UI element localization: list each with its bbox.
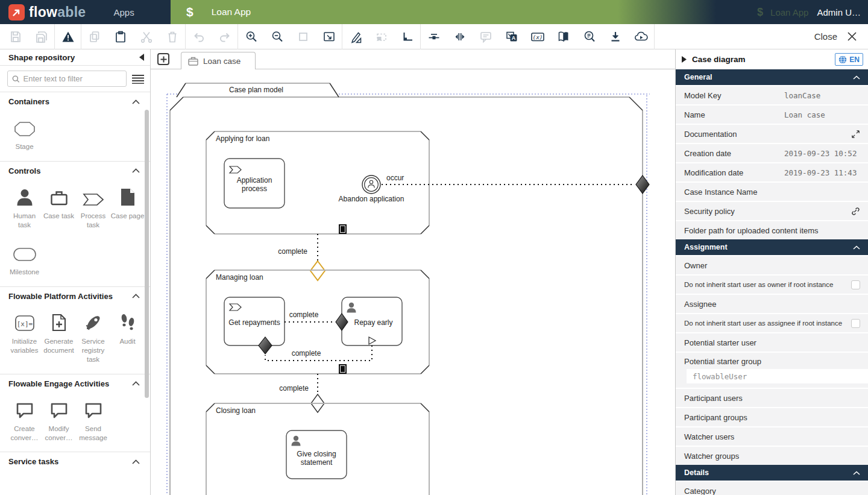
svg-text:A: A (511, 35, 515, 41)
task-repay-early[interactable]: Repay early (336, 297, 402, 345)
property-assignee[interactable]: Assignee (676, 295, 868, 313)
shape-case-task[interactable]: Case task (42, 186, 76, 230)
shape-stage[interactable]: Stage (7, 116, 42, 151)
split-view-button[interactable] (550, 24, 576, 49)
no-inherit-owner-checkbox[interactable] (851, 280, 860, 289)
shape-send-message[interactable]: Send message (76, 399, 110, 443)
section-assignment[interactable]: Assignment (676, 239, 868, 255)
property-category[interactable]: Category (676, 482, 868, 495)
property-documentation[interactable]: Documentation (676, 125, 868, 143)
shape-modify-conversation[interactable]: Modify conver… (42, 399, 76, 443)
collapse-sidebar-icon[interactable] (139, 54, 145, 61)
translate-button[interactable]: A (498, 24, 524, 49)
paste-button[interactable] (107, 24, 133, 49)
task-application-process[interactable]: Application process (224, 159, 285, 208)
shape-milestone[interactable]: Milestone (7, 242, 42, 277)
remove-bendpoint-button[interactable] (368, 24, 394, 49)
globe-icon (838, 55, 847, 64)
collapse-properties-icon[interactable] (682, 56, 687, 63)
language-button[interactable]: EN (835, 53, 863, 66)
save-button[interactable] (2, 24, 28, 49)
deploy-button[interactable] (628, 24, 654, 49)
expand-icon[interactable] (851, 130, 860, 139)
cut-button[interactable] (133, 24, 159, 49)
zoom-in-button[interactable] (238, 24, 264, 49)
task-get-repayments[interactable]: Get repayments (224, 297, 285, 354)
expression-button[interactable]: (x) (524, 24, 550, 49)
shape-service-registry-task[interactable]: Service registry task (76, 311, 110, 364)
exit-criterion-case[interactable] (636, 175, 649, 194)
section-service-tasks[interactable]: Service tasks (0, 452, 150, 470)
find-button[interactable] (576, 24, 602, 49)
same-size-button[interactable] (447, 24, 473, 49)
download-button[interactable] (602, 24, 628, 49)
sidebar-scrollbar[interactable] (145, 110, 149, 398)
list-view-icon[interactable] (132, 74, 144, 84)
shape-create-conversation[interactable]: Create conver… (7, 399, 42, 443)
property-name[interactable]: Name Loan case (676, 106, 868, 124)
property-owner[interactable]: Owner (676, 256, 868, 274)
property-watcher-groups[interactable]: Watcher groups (676, 447, 868, 465)
horizontal-align-button[interactable] (421, 24, 447, 49)
model-tabstrip: Loan case (151, 49, 675, 69)
zoom-actual-button[interactable] (290, 24, 316, 49)
shape-process-task[interactable]: Process task (76, 186, 110, 230)
property-participant-groups[interactable]: Participant groups (676, 408, 868, 426)
section-containers[interactable]: Containers (0, 92, 150, 110)
section-engage-activities[interactable]: Flowable Engage Activities (0, 374, 150, 393)
property-potential-starter-user[interactable]: Potential starter user (676, 333, 868, 352)
property-participant-users[interactable]: Participant users (676, 389, 868, 407)
shape-audit[interactable]: Audit (110, 311, 145, 364)
flowable-logo-icon (8, 4, 25, 20)
shape-filter-input[interactable] (24, 74, 122, 83)
stage-marker-managing (339, 364, 347, 374)
section-details[interactable]: Details (676, 465, 868, 481)
potential-starter-group-value[interactable]: flowableUser (687, 369, 868, 383)
zoom-out-button[interactable] (264, 24, 290, 49)
loan-app-tab[interactable]: $ Loan App (171, 0, 716, 24)
cmmn-diagram[interactable]: Case plan model Applying for loan Applic… (151, 69, 675, 495)
case-plan-model-label: Case plan model (229, 86, 283, 94)
tab-loan-case[interactable]: Loan case (181, 52, 256, 69)
section-general[interactable]: General (676, 69, 868, 85)
shape-initialize-variables[interactable]: [x]= Initialize variables (7, 311, 42, 364)
redo-button[interactable] (212, 24, 237, 49)
property-security-policy[interactable]: Security policy (676, 202, 868, 220)
case-plan-model-border[interactable] (170, 97, 643, 495)
property-watcher-users[interactable]: Watcher users (676, 427, 868, 446)
property-folder-path[interactable]: Folder path for uploaded content items (676, 221, 868, 239)
task-give-closing-statement[interactable]: Give closing statement (286, 430, 347, 479)
section-controls[interactable]: Controls (0, 161, 150, 180)
apps-link[interactable]: Apps (113, 7, 134, 17)
shape-generate-document[interactable]: Generate document (42, 311, 76, 364)
add-bendpoint-button[interactable] (342, 24, 368, 49)
property-case-instance-name[interactable]: Case Instance Name (676, 183, 868, 201)
feedback-button[interactable] (473, 24, 498, 49)
property-no-inherit-assignee[interactable]: Do not inherit start user as assignee if… (676, 314, 868, 332)
property-potential-starter-group[interactable]: Potential starter group flowableUser (676, 353, 868, 388)
diagram-canvas[interactable]: Loan case Case plan model (151, 49, 675, 495)
add-tab-button[interactable] (157, 53, 169, 65)
align-button[interactable] (394, 24, 420, 49)
shape-repository-panel: Shape repository Containers Stage Contro… (0, 49, 151, 495)
editor-toolbar: A (x) Close (0, 24, 868, 49)
validate-button[interactable] (55, 24, 81, 49)
undo-button[interactable] (186, 24, 212, 49)
user-menu[interactable]: $Loan App Admin U… (757, 0, 861, 24)
close-button[interactable]: Close (814, 31, 868, 42)
event-abandon-application[interactable] (362, 175, 380, 194)
property-no-inherit-owner[interactable]: Do not inherit start user as owner if ro… (676, 276, 868, 294)
copy-button[interactable] (81, 24, 107, 49)
property-modification-date[interactable]: Modification date 2019-09-23 11:43 (676, 163, 868, 181)
delete-button[interactable] (159, 24, 185, 49)
flowable-logo[interactable]: flowable (8, 4, 86, 20)
save-all-button[interactable] (28, 24, 54, 49)
property-model-key[interactable]: Model Key loanCase (676, 86, 868, 104)
zoom-fit-button[interactable] (316, 24, 342, 49)
section-platform-activities[interactable]: Flowable Platform Activities (0, 286, 150, 305)
property-creation-date[interactable]: Creation date 2019-09-23 10:52 (676, 144, 868, 162)
shape-human-task[interactable]: Human task (7, 186, 42, 230)
link-icon[interactable] (851, 206, 860, 216)
no-inherit-assignee-checkbox[interactable] (851, 319, 860, 328)
shape-case-page[interactable]: Case page (110, 186, 145, 230)
